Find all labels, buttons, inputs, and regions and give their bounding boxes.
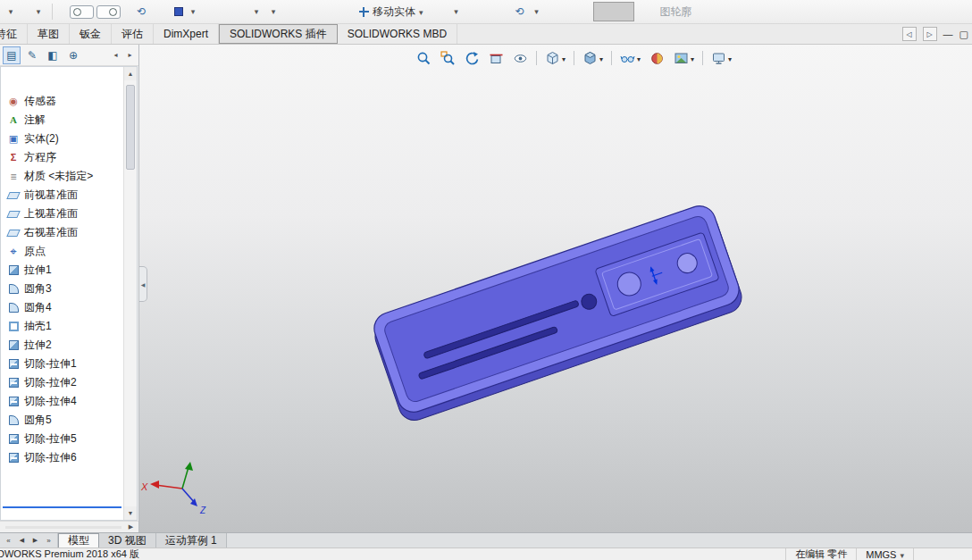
selection-toggle-left-icon[interactable] bbox=[70, 5, 94, 19]
tab-features[interactable]: 特征 bbox=[0, 24, 28, 44]
tree-item-cut-extrude4[interactable]: 切除-拉伸4 bbox=[3, 392, 122, 411]
tree-item-label: 切除-拉伸1 bbox=[24, 356, 77, 372]
plane-icon bbox=[6, 192, 21, 199]
tree-item-cut-extrude2[interactable]: 切除-拉伸2 bbox=[3, 373, 122, 392]
toolbar-pressed-button[interactable] bbox=[593, 2, 634, 21]
tree-item-label: 抽壳1 bbox=[24, 319, 52, 334]
tree-item-label: 拉伸1 bbox=[24, 263, 52, 278]
pane-left-icon[interactable] bbox=[902, 27, 917, 41]
annotations-icon bbox=[7, 114, 20, 127]
selection-toggle-right-icon[interactable] bbox=[96, 5, 121, 19]
tab-evaluate[interactable]: 评估 bbox=[112, 24, 154, 44]
toolbar-dropdown-icon[interactable] bbox=[4, 3, 18, 21]
toolbar-icon[interactable] bbox=[513, 3, 527, 21]
last-tab-icon[interactable] bbox=[43, 535, 54, 547]
shell-icon bbox=[9, 322, 19, 331]
tree-item-cut-extrude1[interactable]: 切除-拉伸1 bbox=[3, 355, 122, 373]
pane-right-icon[interactable] bbox=[923, 27, 937, 41]
minimize-icon[interactable] bbox=[943, 29, 953, 39]
tree-item-fillet4[interactable]: 圆角4 bbox=[3, 298, 122, 317]
scroll-right-icon[interactable] bbox=[125, 522, 137, 532]
scrollbar-thumb[interactable] bbox=[126, 85, 135, 170]
tree-item-fillet5[interactable]: 圆角5 bbox=[3, 411, 122, 430]
tree-item-label: 圆角5 bbox=[24, 413, 52, 428]
fillet-icon bbox=[9, 303, 19, 313]
tree-item-cut-extrude6[interactable]: 切除-拉伸6 bbox=[3, 448, 122, 467]
tree-item-label: 上视基准面 bbox=[24, 206, 78, 221]
featuremanager-design-tree-icon[interactable] bbox=[3, 46, 21, 64]
fillet-icon bbox=[9, 415, 19, 425]
tree-item-origin[interactable]: 原点 bbox=[3, 242, 122, 261]
dimxpert-manager-icon[interactable] bbox=[64, 46, 82, 64]
cut-extrude-icon bbox=[9, 453, 19, 463]
restore-icon[interactable] bbox=[959, 29, 968, 40]
panel-scroll-right-icon[interactable] bbox=[124, 48, 136, 63]
units-selector[interactable]: MMGS bbox=[856, 548, 913, 560]
main-area: 传感器 注解 实体(2) 方程序 材质 <未指定> bbox=[0, 45, 972, 532]
tree-item-label: 右视基准面 bbox=[24, 225, 78, 240]
tree-item-top-plane[interactable]: 上视基准面 bbox=[3, 205, 122, 223]
toolbar-separator bbox=[52, 4, 53, 20]
part-3d-model[interactable] bbox=[139, 45, 971, 532]
toolbar-dropdown-icon[interactable] bbox=[266, 3, 281, 21]
first-tab-icon[interactable] bbox=[3, 535, 14, 547]
fillet-icon bbox=[9, 284, 19, 294]
rollback-bar[interactable] bbox=[3, 506, 122, 508]
tab-solidworks-mbd[interactable]: SOLIDWORKS MBD bbox=[338, 24, 457, 44]
tab-sheet-metal[interactable]: 钣金 bbox=[70, 24, 112, 44]
configuration-manager-icon[interactable] bbox=[44, 46, 62, 64]
toolbar-dropdown-icon[interactable] bbox=[186, 3, 200, 21]
tree-horizontal-scrollbar[interactable] bbox=[0, 521, 138, 532]
tree-item-right-plane[interactable]: 右视基准面 bbox=[3, 223, 122, 242]
status-right: 在编辑 零件 MMGS bbox=[785, 548, 972, 560]
toolbar-dropdown-icon[interactable] bbox=[249, 3, 264, 21]
tree-item-extrude1[interactable]: 拉伸1 bbox=[3, 261, 122, 280]
tree-item-label: 实体(2) bbox=[24, 131, 59, 146]
featuremanager-panel: 传感器 注解 实体(2) 方程序 材质 <未指定> bbox=[0, 45, 139, 532]
next-tab-icon[interactable] bbox=[29, 535, 41, 547]
move-entity-button[interactable]: 移动实体 bbox=[358, 4, 423, 20]
tab-motion-study-1[interactable]: 运动算例 1 bbox=[156, 533, 227, 547]
cut-extrude-icon bbox=[9, 359, 19, 369]
tree-item-material[interactable]: 材质 <未指定> bbox=[3, 167, 122, 186]
toolbar-dropdown-icon[interactable] bbox=[449, 3, 464, 21]
tabrow-controls bbox=[902, 27, 968, 41]
propertymanager-icon[interactable] bbox=[23, 46, 41, 64]
tree-item-front-plane[interactable]: 前视基准面 bbox=[3, 186, 122, 205]
tab-dimxpert[interactable]: DimXpert bbox=[154, 24, 219, 44]
graphics-viewport[interactable]: X Z bbox=[139, 45, 972, 532]
tree-item-annotations[interactable]: 注解 bbox=[3, 111, 122, 130]
tab-sketch[interactable]: 草图 bbox=[28, 24, 70, 44]
tree-vertical-scrollbar[interactable] bbox=[123, 67, 137, 520]
move-entity-icon bbox=[358, 6, 369, 17]
previous-tab-icon[interactable] bbox=[16, 535, 28, 547]
tab-model[interactable]: 模型 bbox=[58, 533, 99, 547]
tree-item-label: 切除-拉伸5 bbox=[24, 431, 77, 447]
tree-item-fillet3[interactable]: 圆角3 bbox=[3, 280, 122, 298]
tab-solidworks-addins[interactable]: SOLIDWORKS 插件 bbox=[219, 24, 338, 44]
tree-item-label: 切除-拉伸2 bbox=[24, 375, 77, 390]
move-entity-label: 移动实体 bbox=[373, 4, 415, 20]
extrude-icon bbox=[9, 265, 19, 275]
sensor-icon bbox=[7, 96, 20, 108]
reorient-icon[interactable] bbox=[134, 3, 148, 21]
tree-item-cut-extrude5[interactable]: 切除-拉伸5 bbox=[3, 430, 122, 448]
tree-item-label: 切除-拉伸6 bbox=[24, 450, 77, 465]
scroll-down-icon[interactable] bbox=[124, 506, 137, 520]
tree-item-equations[interactable]: 方程序 bbox=[3, 148, 122, 167]
scroll-up-icon[interactable] bbox=[124, 67, 137, 80]
toolbar-dropdown-icon[interactable] bbox=[31, 3, 46, 21]
chevron-down-icon bbox=[419, 5, 423, 18]
extrude-icon bbox=[9, 340, 19, 350]
tree-item-shell1[interactable]: 抽壳1 bbox=[3, 317, 122, 336]
tree-item-solid-bodies[interactable]: 实体(2) bbox=[3, 130, 122, 148]
tab-3d-views[interactable]: 3D 视图 bbox=[99, 533, 156, 547]
version-text: DWORKS Premium 2018 x64 版 bbox=[0, 547, 139, 560]
toolbar-dropdown-icon[interactable] bbox=[530, 3, 544, 21]
color-swatch-icon[interactable] bbox=[174, 7, 183, 16]
panel-scroll-left-icon[interactable] bbox=[110, 48, 122, 63]
scrollbar-track[interactable] bbox=[5, 526, 122, 529]
tree-item-sensors[interactable]: 传感器 bbox=[3, 92, 122, 111]
commandmanager-tab-bar: 特征 草图 钣金 评估 DimXpert SOLIDWORKS 插件 SOLID… bbox=[0, 24, 972, 45]
tree-item-extrude2[interactable]: 拉伸2 bbox=[3, 336, 122, 355]
